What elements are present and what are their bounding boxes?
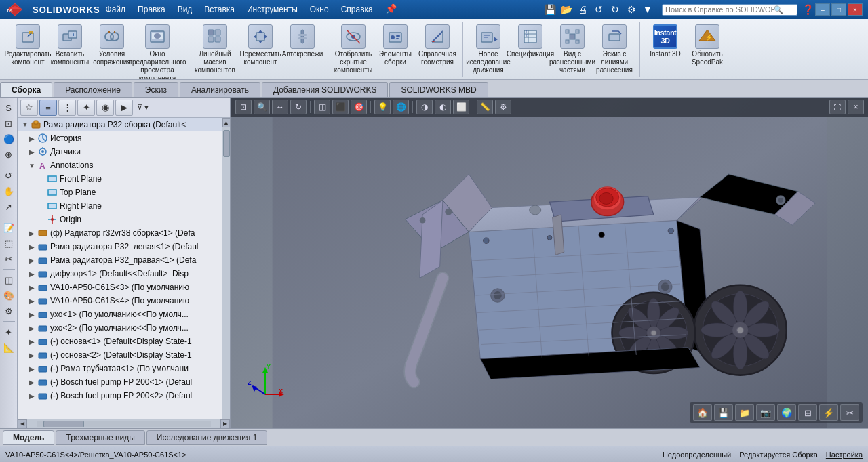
sidebar-tree-btn[interactable]: ≡ [39, 100, 57, 116]
tab-evaluate[interactable]: Анализировать [180, 82, 260, 97]
status-settings[interactable]: Настройка [826, 450, 863, 459]
vp-home[interactable]: 🏠 [693, 404, 712, 421]
sidebar-tasks-btn[interactable]: ◉ [96, 100, 114, 116]
menu-view[interactable]: Вид [172, 3, 198, 16]
tree-item-right-plane[interactable]: Right Plane [18, 199, 222, 213]
edit-component-button[interactable]: Редактировать компонент [7, 22, 49, 69]
explode-sketch-button[interactable]: Эскиз с линиями разнесения [593, 22, 635, 77]
tree-item-uho2[interactable]: ▶ ухо<2> (По умолчанию<<По умолч... [18, 321, 222, 335]
expand-diffuser[interactable]: ▶ [27, 270, 37, 278]
tree-item-uho1[interactable]: ▶ ухо<1> (По умолчанию<<По умолч... [18, 308, 222, 321]
lv-appearances[interactable]: 🎨 [1, 288, 16, 303]
vp-display-style[interactable]: 🎯 [351, 100, 367, 114]
vp-sphere[interactable]: 🌍 [777, 404, 796, 421]
search-box[interactable]: 🔍 ▼ [662, 4, 797, 16]
tree-item-bosch2[interactable]: ▶ (-) Bosch fuel pump FP 200<2> (Defaul [18, 389, 222, 402]
vp-zoom-in[interactable]: 🔍 [254, 100, 270, 114]
vp-ambient[interactable]: ◐ [435, 100, 451, 114]
tree-item-va10-4[interactable]: ▶ VA10-AP50-C61S<4> (По умолчанию [18, 294, 222, 308]
menu-file[interactable]: Файл [100, 3, 132, 16]
qa-open[interactable]: 📂 [559, 2, 574, 17]
lv-sketch[interactable]: 📝 [1, 220, 16, 235]
lv-select[interactable]: S [1, 100, 16, 115]
move-component-button[interactable]: Переместить компонент [239, 22, 281, 69]
view-tab-3d[interactable]: Трехмерные виды [56, 430, 144, 445]
lv-pan[interactable]: ✋ [1, 184, 16, 198]
expand-truba[interactable]: ▶ [27, 365, 37, 373]
vp-ruler[interactable]: 📏 [477, 100, 493, 114]
assembly-features-button[interactable]: Элементы сборки [374, 22, 416, 69]
pin-icon[interactable]: 📌 [385, 3, 397, 16]
tree-item-osnova1[interactable]: ▶ (-) основа<1> (Default<Display State-1 [18, 335, 222, 348]
vp-folder[interactable]: 📁 [735, 404, 754, 421]
vp-shadows[interactable]: ◑ [416, 100, 433, 114]
lv-options[interactable]: ⚙ [1, 303, 16, 318]
tree-item-bosch1[interactable]: ▶ (-) Bosch fuel pump FP 200<1> (Defaul [18, 375, 222, 389]
tree-item-osnova2[interactable]: ▶ (-) основа<2> (Default<Display State-1 [18, 348, 222, 362]
vp-camera[interactable]: 📷 [756, 404, 775, 421]
search-icon[interactable]: 🔍 [774, 5, 783, 14]
scroll-up[interactable]: ▲ [222, 118, 231, 127]
restore-button[interactable]: □ [831, 3, 846, 16]
vp-lighting[interactable]: 💡 [374, 100, 391, 114]
instant3d-button[interactable]: Instant3D Instant 3D [644, 22, 686, 61]
search-dropdown-icon[interactable]: ▼ [783, 6, 789, 13]
expand-bosch1[interactable]: ▶ [27, 379, 37, 386]
smartfasteners-button[interactable]: Автокрепежи [281, 22, 323, 61]
show-hidden-button[interactable]: Отобразить скрытые компоненты [332, 22, 374, 77]
help-icon[interactable]: ❓ [800, 2, 815, 17]
tree-item-annotations[interactable]: ▼ A Annotations [18, 159, 222, 172]
expand-osnova1[interactable]: ▶ [27, 338, 37, 345]
lv-zoom-to-fit[interactable]: ⊡ [1, 116, 16, 131]
tree-item-sensors[interactable]: ▶ Датчики [18, 145, 222, 159]
lv-3d-pointer[interactable]: ↗ [1, 199, 16, 214]
linear-pattern-button[interactable]: Линейный массив компонентов [191, 22, 239, 77]
qa-save[interactable]: 💾 [542, 2, 557, 17]
vp-lightning[interactable]: ⚡ [819, 404, 838, 421]
qa-print[interactable]: 🖨 [575, 2, 590, 17]
vp-save-view[interactable]: 💾 [714, 404, 733, 421]
expand-sensors[interactable]: ▶ [27, 148, 37, 156]
lv-rotate[interactable]: ↺ [1, 168, 16, 183]
vp-scissors[interactable]: ✂ [840, 404, 859, 421]
tab-mbd[interactable]: SOLIDWORKS MBD [389, 82, 488, 97]
horizontal-scrollbar[interactable]: ◀ ▶ [18, 419, 230, 428]
vp-maximize[interactable]: ⛶ [829, 100, 846, 114]
scroll-left[interactable]: ◀ [18, 419, 27, 429]
tree-item-truba[interactable]: ▶ (-) Рама трубчатая<1> (По умолчани [18, 362, 222, 375]
minimize-button[interactable]: – [815, 3, 830, 16]
tab-sketch[interactable]: Эскиз [134, 82, 178, 97]
scroll-thumb[interactable] [223, 130, 230, 157]
vp-rotate[interactable]: ↻ [290, 100, 307, 114]
expand-radiator[interactable]: ▶ [27, 230, 37, 237]
expand-osnova2[interactable]: ▶ [27, 352, 37, 359]
expand-bosch2[interactable]: ▶ [27, 392, 37, 400]
new-motion-study-button[interactable]: Новое исследование движения [467, 22, 509, 77]
qa-options[interactable]: ▼ [640, 2, 655, 17]
lv-zoom-to-selection[interactable]: 🔵 [1, 131, 16, 146]
sidebar-config-btn[interactable]: ✦ [77, 100, 95, 116]
scroll-track[interactable] [37, 421, 211, 427]
menu-tools[interactable]: Инструменты [241, 3, 303, 16]
vp-realview[interactable]: 🌐 [393, 100, 409, 114]
close-button[interactable]: × [848, 3, 863, 16]
filter-dropdown[interactable]: ▼ [143, 104, 150, 111]
vertical-scrollbar[interactable]: ▲ [222, 118, 230, 419]
vp-floor[interactable]: ⬜ [453, 100, 469, 114]
vp-view-orient[interactable]: ⬛ [332, 100, 349, 114]
expand-uho1[interactable]: ▶ [27, 311, 37, 318]
sidebar-favorites-btn[interactable]: ☆ [20, 100, 38, 116]
tree-item-radiator[interactable]: ▶ (ф) Радиатор r32vr38 сборка<1> (Defa [18, 226, 222, 240]
lv-zoom-in-out[interactable]: ⊕ [1, 147, 16, 162]
exploded-view-button[interactable]: Вид с разнесенными частями [551, 22, 593, 77]
qa-redo[interactable]: ↻ [608, 2, 623, 17]
vp-close[interactable]: × [848, 100, 864, 114]
menu-window[interactable]: Окно [304, 3, 334, 16]
vp-settings[interactable]: ⚙ [495, 100, 511, 114]
mates-button[interactable]: Условия сопряжения [91, 22, 133, 69]
expand-frame-left[interactable]: ▶ [27, 243, 37, 251]
tree-root-assembly[interactable]: ▼ Рама радиатора Р32 сборка (Default< [18, 118, 222, 131]
menu-edit[interactable]: Правка [132, 3, 171, 16]
tree-item-va10-3[interactable]: ▶ VA10-AP50-C61S<3> (По умолчанию [18, 280, 222, 294]
lv-section-view[interactable]: ◫ [1, 272, 16, 287]
